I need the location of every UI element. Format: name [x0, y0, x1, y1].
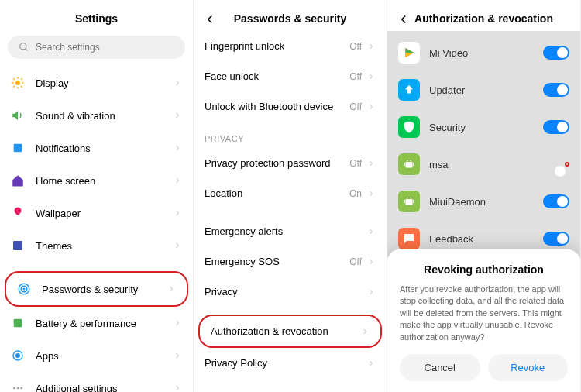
chevron-right-icon [173, 208, 182, 218]
svg-point-19 [13, 387, 15, 390]
svg-point-25 [411, 160, 412, 162]
chevron-right-icon [173, 176, 182, 185]
revoke-dialog: Revoking authorization After you revoke … [387, 249, 580, 392]
additional-icon [11, 381, 25, 392]
row-emergency-alerts[interactable]: Emergency alerts [194, 216, 387, 246]
app-label: MiuiDaemon [429, 196, 543, 208]
svg-rect-32 [413, 200, 414, 204]
svg-rect-16 [14, 319, 22, 328]
revoke-button[interactable]: Revoke [488, 354, 569, 381]
app-row-updater: Updater [387, 71, 580, 108]
home-icon [11, 174, 25, 187]
svg-point-24 [407, 160, 408, 162]
app-label: msa [429, 159, 565, 170]
page-title: Settings [75, 12, 118, 25]
settings-row-notifications[interactable]: Notifications [0, 132, 193, 164]
chevron-right-icon [366, 227, 376, 236]
chevron-right-icon [366, 287, 376, 297]
settings-list: Display Sound & vibration Notifications … [0, 67, 193, 392]
chevron-right-icon [173, 78, 182, 88]
settings-row-passwords-security[interactable]: Passwords & security [5, 271, 188, 307]
row-location[interactable]: Location On [194, 178, 387, 208]
svg-point-20 [17, 387, 19, 390]
row-authorization-revocation[interactable]: Authorization & revocation [198, 315, 382, 348]
android-icon [398, 153, 420, 175]
row-privacy-policy[interactable]: Privacy Policy [194, 348, 387, 378]
row-label: Notifications [36, 143, 173, 154]
chevron-right-icon [167, 284, 176, 294]
svg-rect-23 [406, 162, 413, 168]
toggle[interactable] [543, 120, 569, 134]
settings-row-additional-settings[interactable]: Additional settings [0, 372, 193, 392]
row-label: Privacy Policy [205, 357, 366, 369]
search-input[interactable] [36, 42, 174, 53]
app-row-msa: msa [387, 146, 580, 183]
toggle[interactable] [543, 83, 569, 97]
svg-line-9 [13, 86, 15, 88]
settings-row-display[interactable]: Display [0, 67, 193, 99]
cancel-button[interactable]: Cancel [400, 354, 480, 381]
chevron-right-icon [366, 159, 376, 168]
row-privacy-protection-password[interactable]: Privacy protection password Off [194, 148, 387, 178]
row-face-unlock[interactable]: Face unlock Off [194, 61, 387, 91]
settings-row-home-screen[interactable]: Home screen [0, 164, 193, 197]
wallpaper-icon [11, 206, 25, 220]
svg-point-15 [23, 288, 25, 290]
row-fingerprint-unlock[interactable]: Fingerprint unlock Off [194, 31, 387, 61]
search-bar[interactable] [8, 36, 185, 59]
battery-icon [11, 316, 25, 330]
settings-row-battery-performance[interactable]: Battery & performance [0, 307, 193, 339]
search-icon [19, 42, 29, 53]
svg-point-21 [20, 387, 22, 390]
row-value: Off [349, 158, 362, 169]
settings-row-sound-vibration[interactable]: Sound & vibration [0, 99, 193, 132]
settings-row-apps[interactable]: Apps [0, 339, 193, 372]
row-label: Emergency alerts [205, 225, 366, 237]
row-label: Wallpaper [36, 208, 173, 219]
chevron-right-icon [366, 72, 376, 81]
page-title: Passwords & security [234, 12, 347, 25]
chat-icon [398, 228, 420, 249]
row-label: Location [205, 187, 349, 199]
section-header-privacy: PRIVACY [194, 122, 387, 148]
arrow-up-icon [398, 79, 420, 101]
svg-rect-27 [413, 163, 414, 167]
svg-rect-11 [14, 144, 22, 153]
row-label: Fingerprint unlock [205, 40, 349, 52]
svg-point-18 [16, 354, 20, 358]
toggle[interactable] [543, 232, 569, 246]
row-unlock-with-bluetooth-device[interactable]: Unlock with Bluetooth device Off [194, 91, 387, 122]
volume-icon [11, 108, 25, 122]
android-icon [398, 191, 420, 212]
chevron-right-icon [173, 111, 182, 120]
app-row-mi-video: Mi Video [387, 34, 580, 71]
svg-line-1 [26, 49, 28, 51]
back-icon[interactable] [397, 12, 411, 26]
settings-row-themes[interactable]: Themes [0, 229, 193, 262]
back-icon[interactable] [203, 12, 217, 26]
row-value: Off [349, 256, 362, 267]
svg-rect-12 [13, 241, 22, 250]
row-label: Sound & vibration [36, 110, 173, 122]
svg-line-8 [21, 86, 22, 88]
svg-line-10 [21, 78, 22, 80]
header: Authorization & revocation [387, 0, 580, 31]
svg-rect-28 [406, 199, 413, 205]
fingerprint-icon [17, 282, 31, 296]
chevron-right-icon [360, 327, 370, 336]
settings-panel: Settings Display Sound & vibration Notif… [0, 0, 194, 392]
header: Settings [0, 0, 193, 31]
app-row-security: Security [387, 108, 580, 146]
row-value: On [349, 188, 362, 199]
row-label: Authorization & revocation [211, 325, 360, 337]
settings-row-wallpaper[interactable]: Wallpaper [0, 197, 193, 229]
apps-icon [11, 349, 25, 363]
toggle[interactable] [543, 46, 569, 60]
dialog-title: Revoking authorization [400, 263, 568, 276]
row-privacy[interactable]: Privacy [194, 277, 387, 307]
row-emergency-sos[interactable]: Emergency SOS Off [194, 246, 387, 277]
sun-icon [11, 76, 25, 90]
toggle[interactable] [543, 194, 569, 208]
app-row-miuidaemon: MiuiDaemon [387, 183, 580, 220]
chevron-right-icon [173, 241, 182, 250]
